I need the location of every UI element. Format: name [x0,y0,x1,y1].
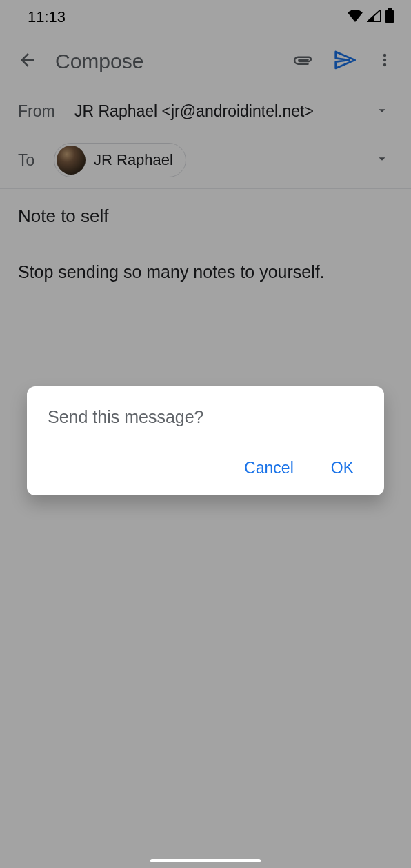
cancel-button[interactable]: Cancel [241,453,297,483]
confirm-dialog: Send this message? Cancel OK [27,386,384,495]
modal-overlay[interactable]: Send this message? Cancel OK [0,0,411,868]
ok-button[interactable]: OK [328,453,357,483]
dialog-title: Send this message? [48,407,363,427]
home-indicator[interactable] [150,859,261,862]
dialog-actions: Cancel OK [48,453,363,483]
